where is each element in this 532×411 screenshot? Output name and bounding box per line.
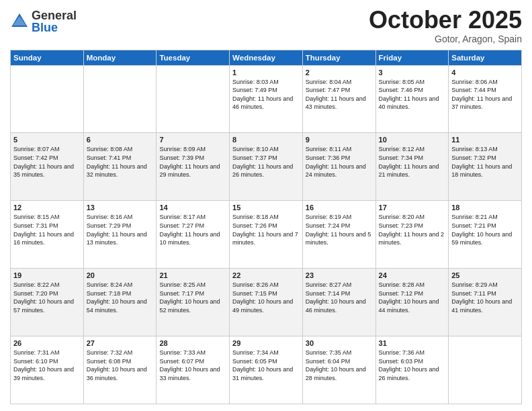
- day-cell-2: 2Sunrise: 8:04 AMSunset: 7:47 PMDaylight…: [302, 65, 375, 133]
- day-cell-26: 26Sunrise: 7:31 AMSunset: 6:10 PMDayligh…: [11, 336, 84, 404]
- day-info: Sunset: 7:36 PM: [306, 154, 373, 163]
- day-cell-1: 1Sunrise: 8:03 AMSunset: 7:49 PMDaylight…: [230, 65, 303, 133]
- day-info: Sunset: 6:04 PM: [306, 357, 373, 366]
- day-info: Sunrise: 8:05 AM: [379, 78, 446, 87]
- day-info: Sunrise: 7:35 AM: [306, 349, 373, 357]
- day-info: Sunset: 7:31 PM: [13, 222, 81, 230]
- day-info: Sunset: 7:26 PM: [232, 222, 300, 230]
- day-number: 8: [232, 136, 300, 144]
- day-info: Sunset: 7:15 PM: [232, 289, 300, 298]
- day-info: Daylight: 11 hours and 21 minutes.: [379, 163, 446, 179]
- day-number: 6: [87, 136, 154, 144]
- day-number: 25: [451, 271, 519, 279]
- day-info: Sunset: 7:42 PM: [13, 154, 81, 163]
- day-number: 19: [13, 271, 81, 279]
- day-info: Sunrise: 8:11 AM: [306, 145, 373, 154]
- day-number: 21: [159, 271, 226, 279]
- calendar-table: SundayMondayTuesdayWednesdayThursdayFrid…: [10, 50, 522, 404]
- day-number: 12: [13, 203, 81, 212]
- day-info: Daylight: 10 hours and 41 minutes.: [451, 298, 519, 314]
- day-info: Daylight: 11 hours and 37 minutes.: [451, 95, 519, 111]
- day-info: Sunrise: 8:26 AM: [232, 281, 300, 289]
- header: General Blue October 2025 Gotor, Aragon,…: [10, 7, 522, 44]
- day-info: Daylight: 11 hours and 16 minutes.: [13, 230, 81, 247]
- day-info: Sunset: 7:37 PM: [232, 154, 300, 163]
- day-number: 17: [379, 203, 446, 212]
- day-info: Sunrise: 8:04 AM: [306, 78, 373, 87]
- day-info: Sunset: 6:10 PM: [13, 357, 81, 366]
- day-info: Daylight: 10 hours and 31 minutes.: [232, 365, 300, 382]
- day-header-monday: Monday: [83, 50, 157, 65]
- day-info: Sunrise: 8:15 AM: [13, 213, 81, 222]
- day-info: Sunset: 7:44 PM: [451, 86, 519, 95]
- day-info: Sunrise: 8:09 AM: [159, 145, 226, 154]
- day-info: Daylight: 10 hours and 49 minutes.: [232, 298, 300, 314]
- day-cell-8: 8Sunrise: 8:10 AMSunset: 7:37 PMDaylight…: [230, 133, 303, 201]
- day-info: Daylight: 10 hours and 26 minutes.: [379, 365, 446, 382]
- day-cell-16: 16Sunrise: 8:19 AMSunset: 7:24 PMDayligh…: [302, 201, 375, 269]
- day-info: Sunrise: 8:13 AM: [451, 145, 519, 154]
- day-info: Sunrise: 8:17 AM: [159, 213, 226, 222]
- logo-icon: [10, 12, 29, 31]
- logo-blue: Blue: [32, 21, 77, 34]
- day-info: Sunrise: 8:29 AM: [451, 281, 519, 289]
- day-number: 5: [13, 136, 81, 144]
- day-info: Sunrise: 7:33 AM: [159, 349, 226, 357]
- page: General Blue October 2025 Gotor, Aragon,…: [0, 0, 532, 411]
- day-info: Sunrise: 8:03 AM: [232, 78, 300, 87]
- day-info: Sunrise: 8:20 AM: [379, 213, 446, 222]
- day-header-wednesday: Wednesday: [230, 50, 303, 65]
- day-number: 24: [379, 271, 446, 279]
- day-number: 10: [379, 136, 446, 144]
- day-info: Sunrise: 8:16 AM: [87, 213, 154, 222]
- day-info: Sunset: 7:18 PM: [87, 289, 154, 298]
- day-number: 26: [13, 339, 81, 347]
- day-info: Daylight: 11 hours and 35 minutes.: [13, 163, 81, 179]
- day-info: Daylight: 11 hours and 13 minutes.: [87, 230, 154, 247]
- day-info: Daylight: 11 hours and 29 minutes.: [159, 163, 226, 179]
- day-cell-7: 7Sunrise: 8:09 AMSunset: 7:39 PMDaylight…: [157, 133, 230, 201]
- empty-cell: [11, 65, 84, 133]
- day-info: Sunset: 7:41 PM: [87, 154, 154, 163]
- day-number: 29: [232, 339, 300, 347]
- day-info: Daylight: 11 hours and 46 minutes.: [232, 95, 300, 111]
- svg-marker-1: [13, 16, 26, 26]
- day-info: Sunset: 7:24 PM: [306, 222, 373, 230]
- day-info: Sunrise: 8:07 AM: [13, 145, 81, 154]
- day-info: Daylight: 10 hours and 39 minutes.: [13, 365, 81, 382]
- day-cell-29: 29Sunrise: 7:34 AMSunset: 6:05 PMDayligh…: [230, 336, 303, 404]
- days-header-row: SundayMondayTuesdayWednesdayThursdayFrid…: [11, 50, 522, 65]
- day-number: 15: [232, 203, 300, 212]
- month-title: October 2025: [369, 7, 522, 34]
- day-info: Daylight: 11 hours and 2 minutes.: [379, 230, 446, 247]
- day-header-friday: Friday: [375, 50, 449, 65]
- day-info: Sunset: 7:34 PM: [379, 154, 446, 163]
- day-cell-28: 28Sunrise: 7:33 AMSunset: 6:07 PMDayligh…: [157, 336, 230, 404]
- day-number: 18: [451, 203, 519, 212]
- day-info: Daylight: 10 hours and 33 minutes.: [159, 365, 226, 382]
- empty-cell: [449, 336, 522, 404]
- day-cell-11: 11Sunrise: 8:13 AMSunset: 7:32 PMDayligh…: [449, 133, 522, 201]
- day-cell-22: 22Sunrise: 8:26 AMSunset: 7:15 PMDayligh…: [230, 269, 303, 336]
- day-info: Daylight: 10 hours and 28 minutes.: [306, 365, 373, 382]
- day-info: Daylight: 11 hours and 10 minutes.: [159, 230, 226, 247]
- day-number: 16: [306, 203, 373, 212]
- day-info: Daylight: 11 hours and 40 minutes.: [379, 95, 446, 111]
- week-row-3: 12Sunrise: 8:15 AMSunset: 7:31 PMDayligh…: [11, 201, 522, 269]
- empty-cell: [157, 65, 230, 133]
- day-info: Sunrise: 8:24 AM: [87, 281, 154, 289]
- day-info: Daylight: 11 hours and 18 minutes.: [451, 163, 519, 179]
- day-info: Sunset: 7:49 PM: [232, 86, 300, 95]
- day-info: Sunrise: 8:08 AM: [87, 145, 154, 154]
- day-header-saturday: Saturday: [449, 50, 522, 65]
- day-cell-25: 25Sunrise: 8:29 AMSunset: 7:11 PMDayligh…: [449, 269, 522, 336]
- day-info: Sunset: 7:11 PM: [451, 289, 519, 298]
- day-info: Sunset: 7:12 PM: [379, 289, 446, 298]
- day-info: Sunset: 7:20 PM: [13, 289, 81, 298]
- day-number: 11: [451, 136, 519, 144]
- day-info: Sunset: 6:05 PM: [232, 357, 300, 366]
- day-info: Sunrise: 7:31 AM: [13, 349, 81, 357]
- day-info: Sunset: 7:27 PM: [159, 222, 226, 230]
- day-info: Daylight: 10 hours and 36 minutes.: [87, 365, 154, 382]
- day-number: 14: [159, 203, 226, 212]
